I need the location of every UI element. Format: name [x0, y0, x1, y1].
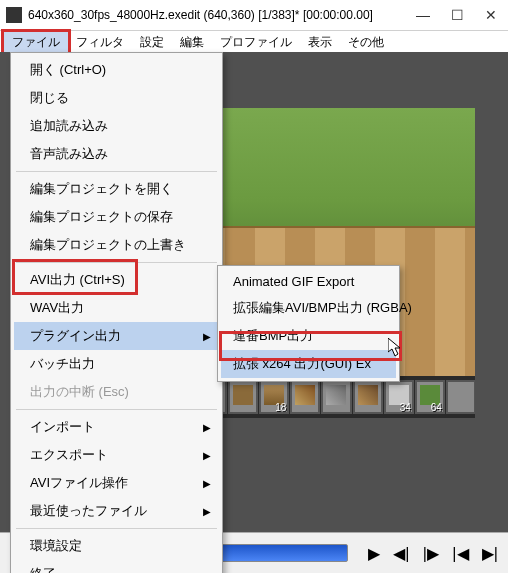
- file-menu-item[interactable]: 追加読み込み: [14, 112, 219, 140]
- file-menu-item[interactable]: プラグイン出力▶: [14, 322, 219, 350]
- window-buttons: — ☐ ✕: [406, 0, 508, 30]
- hotbar-slot: [290, 380, 320, 414]
- file-menu-item: 出力の中断 (Esc): [14, 378, 219, 406]
- menu-file[interactable]: ファイル: [4, 32, 68, 53]
- file-dropdown: 開く (Ctrl+O)閉じる追加読み込み音声読み込み編集プロジェクトを開く編集プ…: [10, 52, 223, 573]
- plugin-submenu-item[interactable]: 拡張編集AVI/BMP出力 (RGBA): [221, 294, 396, 322]
- plugin-submenu-item[interactable]: 拡張 x264 出力(GUI) Ex: [221, 350, 396, 378]
- close-button[interactable]: ✕: [474, 0, 508, 30]
- plugin-output-submenu: Animated GIF Export拡張編集AVI/BMP出力 (RGBA)連…: [217, 265, 400, 382]
- menu-separator: [16, 262, 217, 263]
- file-menu-item[interactable]: AVI出力 (Ctrl+S): [14, 266, 219, 294]
- file-menu-item[interactable]: 最近使ったファイル▶: [14, 497, 219, 525]
- menu-settings[interactable]: 設定: [132, 32, 172, 53]
- play-button[interactable]: ▶: [368, 544, 380, 563]
- file-menu-item[interactable]: インポート▶: [14, 413, 219, 441]
- menu-edit[interactable]: 編集: [172, 32, 212, 53]
- submenu-arrow-icon: ▶: [203, 506, 211, 517]
- hotbar-slot: 18: [259, 380, 289, 414]
- menu-separator: [16, 409, 217, 410]
- step-back-button[interactable]: ◀|: [393, 544, 409, 563]
- file-menu-item[interactable]: 編集プロジェクトの上書き: [14, 231, 219, 259]
- hotbar-slot: 64: [415, 380, 445, 414]
- file-menu-item[interactable]: WAV出力: [14, 294, 219, 322]
- file-menu-item[interactable]: 閉じる: [14, 84, 219, 112]
- submenu-arrow-icon: ▶: [203, 422, 211, 433]
- hotbar-slot: 34: [384, 380, 414, 414]
- file-menu-item[interactable]: 編集プロジェクトの保存: [14, 203, 219, 231]
- title-bar: 640x360_30fps_48000Hz.exedit (640,360) […: [0, 0, 508, 31]
- maximize-button[interactable]: ☐: [440, 0, 474, 30]
- plugin-submenu-item[interactable]: 連番BMP出力: [221, 322, 396, 350]
- file-menu-item[interactable]: 音声読み込み: [14, 140, 219, 168]
- go-end-button[interactable]: ▶|: [482, 544, 498, 563]
- file-menu-item[interactable]: 終了: [14, 560, 219, 573]
- hotbar-slot: [228, 380, 258, 414]
- step-forward-button[interactable]: |▶: [423, 544, 439, 563]
- window-title: 640x360_30fps_48000Hz.exedit (640,360) […: [28, 8, 406, 22]
- menu-separator: [16, 528, 217, 529]
- menu-filter[interactable]: フィルタ: [68, 32, 132, 53]
- submenu-arrow-icon: ▶: [203, 331, 211, 342]
- hotbar-slot: [353, 380, 383, 414]
- hotbar-slot: [321, 380, 351, 414]
- minimize-button[interactable]: —: [406, 0, 440, 30]
- go-start-button[interactable]: |◀: [452, 544, 468, 563]
- app-icon: [6, 7, 22, 23]
- submenu-arrow-icon: ▶: [203, 478, 211, 489]
- menu-profile[interactable]: プロファイル: [212, 32, 300, 53]
- file-menu-item[interactable]: バッチ出力: [14, 350, 219, 378]
- hotbar: 18 34 64: [195, 376, 475, 418]
- file-menu-item[interactable]: 環境設定: [14, 532, 219, 560]
- file-menu-item[interactable]: 編集プロジェクトを開く: [14, 175, 219, 203]
- playback-buttons: ▶ ◀| |▶ |◀ ▶|: [368, 544, 508, 563]
- file-menu-item[interactable]: AVIファイル操作▶: [14, 469, 219, 497]
- file-menu-item[interactable]: エクスポート▶: [14, 441, 219, 469]
- menu-other[interactable]: その他: [340, 32, 392, 53]
- menu-view[interactable]: 表示: [300, 32, 340, 53]
- plugin-submenu-item[interactable]: Animated GIF Export: [221, 269, 396, 294]
- menu-bar: ファイル フィルタ 設定 編集 プロファイル 表示 その他: [0, 31, 508, 54]
- file-menu-item[interactable]: 開く (Ctrl+O): [14, 56, 219, 84]
- hotbar-slot: [446, 380, 475, 414]
- menu-separator: [16, 171, 217, 172]
- submenu-arrow-icon: ▶: [203, 450, 211, 461]
